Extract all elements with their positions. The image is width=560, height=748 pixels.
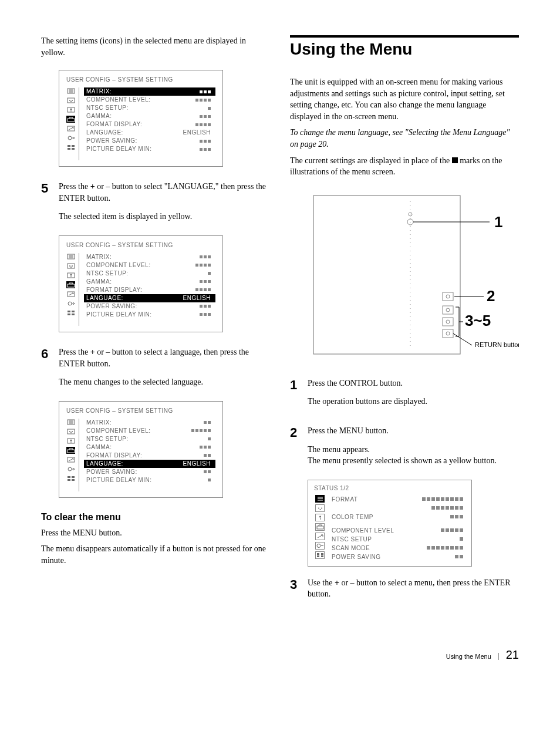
step-5: 5 Press the + or – button to select "LAN… [41, 181, 266, 230]
menu-row-value [208, 476, 213, 484]
status-row: POWER SAVING [332, 552, 465, 561]
monitor-diagram: 1 2 3~5 RETURN button [308, 190, 519, 360]
status-row-label: FORMAT [332, 495, 357, 504]
menu-row: GAMMA: [84, 278, 215, 286]
svg-rect-50 [68, 476, 70, 478]
menu-panel-2-title: USER CONFIG – SYSTEM SETTING [66, 242, 215, 248]
arrow-icon [66, 291, 75, 298]
menu-row: FORMAT DISPLAY: [84, 286, 215, 294]
menu-panel-3: USER CONFIG – SYSTEM SETTING MATRIX:COMP… [59, 401, 223, 498]
menu-row: PICTURE DELAY MIN: [84, 311, 215, 319]
menu-row-value [208, 104, 213, 112]
menu-row-value [200, 112, 213, 120]
status-row-label: NTSC SETUP [332, 535, 372, 544]
intro-text: The setting items (icons) in the selecte… [41, 35, 266, 58]
svg-rect-16 [68, 148, 70, 150]
clear-heading: To clear the menu [41, 512, 266, 523]
power-icon [315, 542, 325, 550]
step-3-number: 3 [290, 577, 308, 607]
menu-row: FORMAT DISPLAY: [84, 120, 215, 129]
menu-row-label: COMPONENT LEVEL: [86, 96, 151, 104]
menu-row-label: COMPONENT LEVEL: [86, 427, 151, 435]
footer: Using the Menu 21 [41, 648, 519, 662]
menu-row: MATRIX: [84, 253, 215, 261]
svg-point-63 [446, 308, 450, 312]
menu-row: GAMMA: [84, 443, 215, 452]
menu-row-value [195, 286, 213, 294]
power-icon [66, 134, 75, 141]
step-3-line-1: Use the + or – button to select a menu, … [308, 577, 519, 600]
menu-panel-1: USER CONFIG – SYSTEM SETTING MATRIX:COMP… [59, 70, 223, 167]
menu-row-value [208, 435, 213, 443]
status-row: NTSC SETUP [332, 535, 465, 544]
menu-row-value [200, 87, 213, 96]
svg-point-25 [70, 267, 72, 268]
menu-row: NTSC SETUP: [84, 435, 215, 443]
svg-rect-82 [321, 555, 323, 557]
status-row-value [450, 513, 465, 521]
menu-panel-2-icons [66, 253, 79, 326]
menu-row: COMPONENT LEVEL: [84, 96, 215, 104]
menu-row-value [195, 261, 213, 269]
menu-row-label: LANGUAGE: [86, 294, 123, 302]
menu-row: NTSC SETUP: [84, 269, 215, 278]
grid-icon [66, 475, 75, 482]
grid-icon [66, 309, 75, 316]
menu-row-label: NTSC SETUP: [86, 435, 129, 443]
menu-row-value: ENGLISH [183, 460, 213, 468]
menu-panel-2: USER CONFIG – SYSTEM SETTING MATRIX:COMP… [59, 235, 223, 332]
svg-rect-33 [72, 311, 75, 312]
svg-rect-35 [72, 314, 75, 315]
menu-row-value [208, 269, 213, 278]
menu-row-label: GAMMA: [86, 278, 112, 286]
power-icon [66, 466, 75, 473]
svg-point-41 [69, 431, 70, 432]
svg-point-31 [68, 302, 72, 305]
svg-rect-14 [68, 145, 70, 147]
menu-row-value [204, 452, 213, 460]
svg-rect-62 [443, 306, 453, 314]
step-2-number: 2 [290, 425, 308, 474]
list-icon [66, 253, 75, 260]
menu-row-value [200, 302, 213, 311]
svg-rect-47 [68, 450, 75, 453]
svg-point-72 [318, 507, 319, 508]
menu-row-value [191, 427, 213, 435]
status-row-label: COMPONENT LEVEL [332, 526, 394, 535]
svg-line-68 [453, 333, 472, 345]
menu-row-label: LANGUAGE: [86, 129, 123, 137]
menu-row-value [195, 120, 213, 129]
svg-point-43 [70, 432, 72, 433]
menu-row: LANGUAGE:ENGLISH [84, 460, 215, 468]
menu-panel-2-rows: MATRIX:COMPONENT LEVEL:NTSC SETUP:GAMMA:… [79, 253, 215, 326]
right-column: Using the Menu The unit is equipped with… [290, 35, 519, 613]
menu-row: POWER SAVING: [84, 137, 215, 145]
menu-row-label: FORMAT DISPLAY: [86, 286, 142, 294]
status-row-label: POWER SAVING [332, 552, 381, 561]
lock-icon [66, 116, 75, 123]
main-heading: Using the Menu [290, 40, 519, 59]
svg-rect-17 [72, 148, 75, 150]
status-row-value [441, 526, 465, 535]
menu-panel-1-icons [66, 87, 79, 160]
step-2-line-2: The menu appears. [308, 444, 519, 456]
diagram-label-1: 1 [494, 213, 502, 231]
menu-row-label: NTSC SETUP: [86, 104, 129, 112]
svg-point-67 [446, 332, 450, 335]
diagram-caption: RETURN button [475, 341, 519, 348]
list-icon [66, 87, 75, 95]
step-2: 2 Press the MENU button. The menu appear… [290, 425, 519, 474]
arrow-icon [315, 533, 325, 540]
menu-row-label: POWER SAVING: [86, 302, 137, 311]
lock-icon [66, 447, 75, 454]
list-icon [315, 495, 325, 503]
menu-row: MATRIX: [84, 87, 215, 96]
svg-point-6 [72, 100, 73, 101]
diagram-label-3: 3~5 [465, 312, 491, 329]
menu-row-label: PICTURE DELAY MIN: [86, 311, 151, 319]
svg-point-73 [321, 507, 322, 508]
menu-row-value [204, 419, 213, 427]
blank-icon [66, 153, 75, 160]
svg-rect-77 [317, 526, 323, 529]
arrow-icon [66, 456, 75, 463]
